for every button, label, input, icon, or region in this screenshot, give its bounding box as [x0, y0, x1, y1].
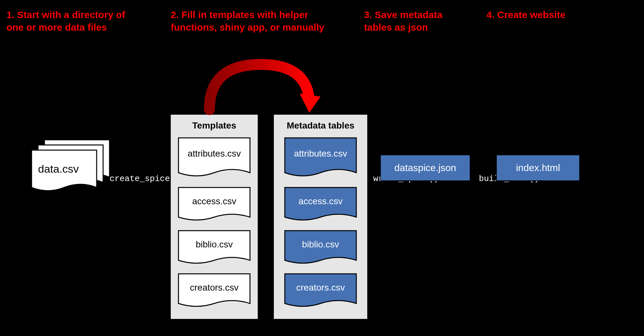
metadata-access-label: access.csv: [299, 196, 343, 206]
metadata-attributes-label: attributes.csv: [294, 149, 347, 158]
metadata-panel-title: Metadata tables: [287, 120, 354, 131]
step-3-label: 3. Save metadata tables as json: [364, 8, 461, 34]
metadata-panel: Metadata tables attributes.csv access.cs…: [274, 115, 367, 319]
template-attributes-label: attributes.csv: [188, 149, 241, 158]
output-json-label: dataspice.json: [394, 162, 456, 173]
step-2-label: 2. Fill in templates with helper functio…: [171, 8, 338, 34]
step-1-label: 1. Start with a directory of one or more…: [6, 8, 129, 34]
templates-panel: Templates attributes.csv access.csv bibl…: [171, 115, 258, 319]
template-creators-icon: creators.csv: [177, 273, 251, 311]
template-biblio-icon: biblio.csv: [177, 229, 251, 268]
metadata-biblio-icon: biblio.csv: [284, 229, 358, 268]
datafile-front-icon: data.csv: [30, 149, 98, 197]
metadata-creators-icon: creators.csv: [284, 273, 358, 311]
output-json-box: dataspice.json: [380, 155, 470, 181]
template-creators-label: creators.csv: [190, 283, 239, 293]
metadata-biblio-label: biblio.csv: [302, 239, 339, 249]
template-access-icon: access.csv: [177, 186, 251, 225]
output-html-box: index.html: [496, 155, 580, 181]
template-attributes-icon: attributes.csv: [177, 137, 251, 182]
templates-panel-title: Templates: [192, 120, 236, 131]
template-biblio-label: biblio.csv: [196, 239, 233, 249]
metadata-creators-label: creators.csv: [296, 283, 345, 293]
caption-create-spice: create_spice(): [110, 174, 174, 184]
template-access-label: access.csv: [192, 196, 236, 206]
step-4-label: 4. Create website: [486, 8, 583, 21]
input-files-stack: data.csv: [29, 139, 113, 203]
metadata-attributes-icon: attributes.csv: [284, 137, 358, 182]
datafile-label: data.csv: [38, 163, 79, 175]
metadata-access-icon: access.csv: [284, 186, 358, 225]
svg-marker-0: [300, 93, 321, 113]
fill-arrow-icon: [190, 55, 332, 119]
output-html-label: index.html: [516, 162, 560, 173]
